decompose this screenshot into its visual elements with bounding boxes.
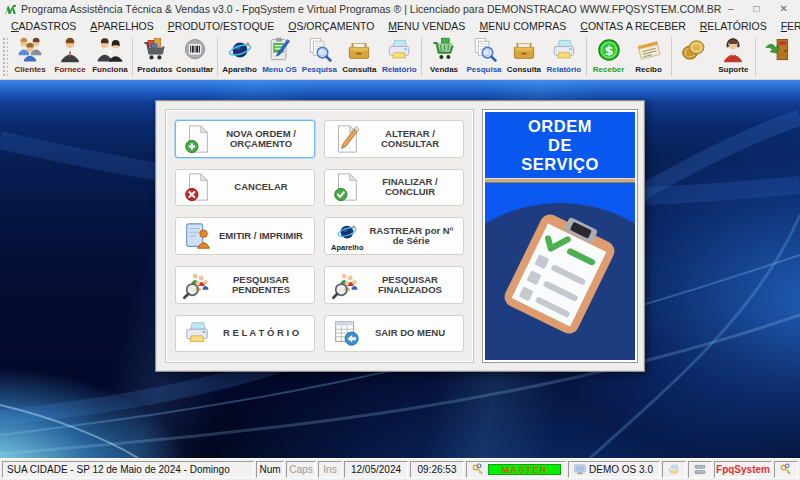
toolbar: Clientes Fornece Funciona Produtos Consu… [0, 33, 800, 80]
toolbar-button-vendas[interactable]: Vendas [424, 34, 464, 79]
service-order-menu-dialog: NOVA ORDEM / ORÇAMENTO ALTERAR / CONSULT… [155, 100, 645, 372]
menu-contas-a-receber[interactable]: CONTAS A RECEBER [573, 19, 692, 33]
toolbar-button-suporte[interactable]: Suporte [713, 34, 753, 79]
doc-search-icon [304, 36, 334, 64]
button-nova-ordem[interactable]: NOVA ORDEM / ORÇAMENTO [175, 120, 315, 158]
status-printer[interactable] [662, 461, 686, 478]
statusbar: SUA CIDADE - SP 12 de Maio de 2024 - Dom… [0, 458, 800, 480]
employees-icon [95, 36, 125, 64]
clients-icon [15, 36, 45, 64]
status-version: DEMO OS 3.0 [568, 461, 660, 478]
dialog-button-panel: NOVA ORDEM / ORÇAMENTO ALTERAR / CONSULT… [165, 109, 474, 363]
status-num-lock: Num [256, 461, 284, 478]
status-location-date: SUA CIDADE - SP 12 de Maio de 2024 - Dom… [2, 461, 254, 478]
sales-cart-icon [429, 36, 459, 64]
status-keys[interactable] [774, 461, 798, 478]
button-relatorio[interactable]: R E L A T Ó R I O [175, 315, 315, 353]
page-plus-icon [182, 124, 212, 154]
printer-icon [384, 36, 414, 64]
toolbar-separator [671, 37, 672, 76]
toolbar-button-consultar-produtos[interactable]: Consultar [175, 34, 215, 79]
barcode-icon [180, 36, 210, 64]
toolbar-button-sair[interactable] [758, 34, 798, 79]
button-rastrear-numero-serie[interactable]: Aparelho RASTREAR por Nº de Série [324, 217, 464, 255]
toolbar-button-aparelho[interactable]: Aparelho [220, 34, 260, 79]
toolbar-button-fornecedores[interactable]: Fornece [50, 34, 90, 79]
status-server[interactable] [688, 461, 712, 478]
toolbar-button-pesquisa-os[interactable]: Pesquisa [299, 34, 339, 79]
menu-aparelhos[interactable]: APARELHOS [83, 19, 160, 33]
button-sair-do-menu[interactable]: SAIR DO MENU [324, 315, 464, 353]
page-pencil-icon [331, 124, 361, 154]
menubar: CADASTROS APARELHOS PRODUTO/ESTOQUE OS/O… [0, 18, 800, 33]
toolbar-separator [217, 37, 218, 76]
button-cancelar[interactable]: CANCELAR [175, 169, 315, 207]
maximize-button[interactable]: □ [754, 4, 760, 14]
supplier-icon [55, 36, 85, 64]
search-people-icon [331, 270, 361, 300]
toolbar-button-receber[interactable]: Receber [589, 34, 629, 79]
button-emitir-imprimir[interactable]: EMITIR / IMPRIMIR [175, 217, 315, 255]
app-logo-icon [4, 3, 17, 16]
status-caps-lock: Caps [286, 461, 316, 478]
device-icon [334, 220, 360, 244]
search-people-icon [182, 270, 212, 300]
drawer-icon [344, 36, 374, 64]
toolbar-separator [755, 37, 756, 76]
doc-person-icon [182, 221, 212, 251]
button-pesquisar-pendentes[interactable]: PESQUISAR PENDENTES [175, 266, 315, 304]
keys-icon [471, 463, 485, 476]
toolbar-button-pesquisa-vendas[interactable]: Pesquisa [464, 34, 504, 79]
window-title: Programa Assistência Técnica & Vendas v3… [21, 3, 728, 15]
status-time: 09:26:53 [410, 461, 464, 478]
os-clipboard-icon [264, 36, 294, 64]
toolbar-button-produtos[interactable]: Produtos [135, 34, 175, 79]
app-window: Programa Assistência Técnica & Vendas v3… [0, 0, 800, 480]
toolbar-button-funcionarios[interactable]: Funciona [90, 34, 130, 79]
page-check-icon [331, 172, 361, 202]
toolbar-button-clientes[interactable]: Clientes [10, 34, 50, 79]
status-brand: FpqSystem [714, 461, 772, 478]
close-button[interactable]: ✕ [780, 4, 788, 14]
button-pesquisar-finalizados[interactable]: PESQUISAR FINALIZADOS [324, 266, 464, 304]
status-insert: Ins [318, 461, 342, 478]
printer-icon [549, 36, 579, 64]
toolbar-separator [132, 37, 133, 76]
toolbar-button-consulta-os[interactable]: Consulta [339, 34, 379, 79]
user-level-badge: MASTER [488, 464, 561, 475]
status-user-level: MASTER [466, 461, 566, 478]
coins-icon [678, 36, 708, 64]
monitor-icon [573, 463, 587, 476]
minimize-button[interactable]: – [728, 4, 734, 14]
service-order-banner: ORDEM DE SERVIÇO [482, 109, 638, 363]
banner-illustration [485, 183, 635, 360]
menu-ferramentas[interactable]: FERRAMENTAS [774, 19, 800, 33]
toolbar-separator [421, 37, 422, 76]
button-finalizar-concluir[interactable]: FINALIZAR / CONCLUIR [324, 169, 464, 207]
toolbar-button-relatorio-vendas[interactable]: Relatório [544, 34, 584, 79]
drawer-icon [509, 36, 539, 64]
toolbar-button-recibo[interactable]: Recibo [629, 34, 669, 79]
printer-icon [182, 318, 212, 348]
button-alterar-consultar[interactable]: ALTERAR / CONSULTAR [324, 120, 464, 158]
desktop-wallpaper: NOVA ORDEM / ORÇAMENTO ALTERAR / CONSULT… [0, 80, 800, 458]
menu-relatorios[interactable]: RELATÓRIOS [693, 19, 774, 33]
toolbar-separator [586, 37, 587, 76]
printer-icon [667, 463, 681, 476]
exit-door-icon [763, 36, 793, 64]
menu-compras[interactable]: MENU COMPRAS [472, 19, 573, 33]
menu-vendas[interactable]: MENU VENDAS [381, 19, 472, 33]
server-icon [693, 463, 707, 476]
doc-search-icon [469, 36, 499, 64]
toolbar-button-moedas[interactable] [673, 34, 713, 79]
dollar-coin-icon [594, 36, 624, 64]
toolbar-grip [2, 37, 8, 76]
receipt-icon [634, 36, 664, 64]
menu-produto-estoque[interactable]: PRODUTO/ESTOQUE [161, 19, 281, 33]
menu-os-orcamento[interactable]: OS/ORÇAMENTO [281, 19, 381, 33]
toolbar-button-menu-os[interactable]: Menu OS [260, 34, 300, 79]
menu-cadastros[interactable]: CADASTROS [4, 19, 83, 33]
toolbar-button-relatorio-os[interactable]: Relatório [379, 34, 419, 79]
titlebar: Programa Assistência Técnica & Vendas v3… [0, 0, 800, 18]
toolbar-button-consulta-vendas[interactable]: Consulta [504, 34, 544, 79]
